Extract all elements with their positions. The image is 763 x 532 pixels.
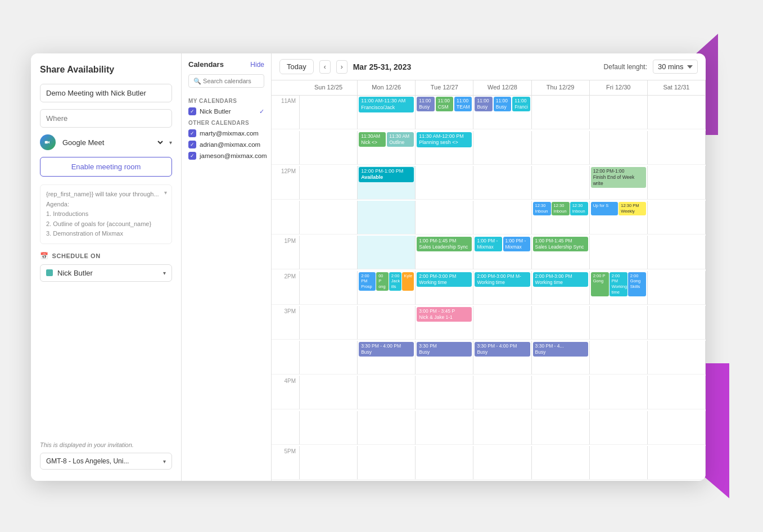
cell-fri-2pm[interactable]: 2:00 PGong 2:00 PMWorking time 2:00Gong … bbox=[590, 271, 648, 305]
event-tue-csm[interactable]: 11:00CSM bbox=[436, 97, 453, 111]
event-tue-planning[interactable]: 11:30 AM-12:00 PMPlanning sesh <> bbox=[417, 132, 472, 147]
cell-sun-1130[interactable] bbox=[300, 131, 358, 165]
cell-thu-1230[interactable]: 12:30Inboun 12:30Inboun 12:30Inboun bbox=[532, 201, 590, 235]
cell-fri-430[interactable] bbox=[590, 411, 648, 445]
event-wed-busy2[interactable]: 11:00Busy bbox=[494, 97, 511, 111]
cell-mon-5pm[interactable] bbox=[358, 446, 416, 480]
cell-mon-330[interactable]: 3:30 PM - 4:00 PMBusy bbox=[358, 341, 416, 375]
cell-fri-1230[interactable]: Up for S 12:30 PMWeekly bbox=[590, 201, 648, 235]
cell-thu-1pm[interactable]: 1:00 PM-1:45 PMSales Leadership Sync bbox=[532, 236, 590, 269]
event-fri-working[interactable]: 2:00 PMWorking time bbox=[610, 272, 627, 296]
default-length-select[interactable]: 15 mins 30 mins 45 mins 60 mins bbox=[653, 60, 698, 74]
calendar-marty[interactable]: ✓ marty@mixmax.com bbox=[188, 129, 264, 137]
cell-sun-1230[interactable] bbox=[300, 201, 358, 235]
cell-wed-3pm[interactable] bbox=[473, 306, 531, 340]
marty-checkbox[interactable]: ✓ bbox=[188, 129, 196, 137]
event-thu-inbound2[interactable]: 12:30Inboun bbox=[552, 202, 570, 215]
cell-thu-11am[interactable] bbox=[532, 96, 590, 129]
cell-sun-11am[interactable] bbox=[300, 96, 358, 129]
cell-tue-330[interactable]: 3:30 PMBusy bbox=[416, 341, 473, 375]
today-button[interactable]: Today bbox=[279, 59, 314, 74]
cell-thu-330[interactable]: 3:30 PM - 4...Busy bbox=[532, 341, 590, 375]
cell-sat-1130[interactable] bbox=[648, 131, 706, 165]
search-calendars-input[interactable] bbox=[188, 74, 264, 88]
event-mon-kyle[interactable]: Kyle bbox=[402, 272, 414, 291]
event-tue-busy1[interactable]: 11:00Busy bbox=[417, 97, 434, 111]
cell-wed-2pm[interactable]: 2:00 PM-3:00 PM M-Working time bbox=[473, 271, 531, 305]
event-mon-busy330[interactable]: 3:30 PM - 4:00 PMBusy bbox=[359, 342, 414, 357]
cell-sun-3pm[interactable] bbox=[300, 306, 358, 340]
adrian-checkbox[interactable]: ✓ bbox=[188, 141, 196, 148]
cell-wed-1130[interactable] bbox=[473, 131, 531, 165]
cell-wed-11am[interactable]: 11:00Busy 11:00Busy 11:00Franci bbox=[473, 96, 531, 129]
cell-wed-1230[interactable] bbox=[473, 201, 531, 235]
event-mon-francisco[interactable]: 11:00 AM-11:30 AMFrancisco/Jack bbox=[359, 97, 414, 112]
cell-thu-2pm[interactable]: 2:00 PM-3:00 PMWorking time bbox=[532, 271, 590, 305]
cell-fri-1130[interactable] bbox=[590, 131, 648, 165]
cell-thu-1130[interactable] bbox=[532, 131, 590, 165]
cell-sun-2pm[interactable] bbox=[300, 271, 358, 305]
cell-sat-1230[interactable] bbox=[648, 201, 706, 235]
cell-sat-3pm[interactable] bbox=[648, 306, 706, 340]
event-mon-nick[interactable]: 11:30AMNick <> bbox=[359, 132, 386, 147]
next-arrow-button[interactable]: › bbox=[336, 60, 347, 74]
timezone-select[interactable]: GMT-8 - Los Angeles, Uni... ▾ bbox=[40, 453, 172, 470]
cell-wed-12pm[interactable] bbox=[473, 166, 531, 200]
cell-fri-1pm[interactable] bbox=[590, 236, 648, 269]
event-mon-jack[interactable]: 2:00Jack ills bbox=[389, 272, 401, 291]
cell-fri-3pm[interactable] bbox=[590, 306, 648, 340]
event-mon-gong[interactable]: 00 Pong bbox=[376, 272, 389, 291]
cell-sat-4pm[interactable] bbox=[648, 376, 706, 409]
cell-fri-11am[interactable] bbox=[590, 96, 648, 129]
cell-thu-5pm[interactable] bbox=[532, 446, 590, 480]
cell-tue-2pm[interactable]: 2:00 PM-3:00 PMWorking time bbox=[416, 271, 473, 305]
event-wed-busy1[interactable]: 11:00Busy bbox=[475, 97, 492, 111]
event-thu-sales[interactable]: 1:00 PM-1:45 PMSales Leadership Sync bbox=[533, 237, 588, 251]
cell-sat-1pm[interactable] bbox=[648, 236, 706, 269]
cell-mon-430[interactable] bbox=[358, 411, 416, 445]
event-wed-working[interactable]: 2:00 PM-3:00 PM M-Working time bbox=[475, 272, 530, 287]
cell-tue-4pm[interactable] bbox=[416, 376, 473, 409]
cell-fri-5pm[interactable] bbox=[590, 446, 648, 480]
cell-mon-3pm[interactable] bbox=[358, 306, 416, 340]
cell-thu-12pm[interactable] bbox=[532, 166, 590, 200]
cell-wed-4pm[interactable] bbox=[473, 376, 531, 409]
event-wed-mixmax1[interactable]: 1:00 PM -Mixmax bbox=[475, 237, 502, 251]
event-thu-working[interactable]: 2:00 PM-3:00 PMWorking time bbox=[533, 272, 588, 287]
cell-mon-1130[interactable]: 11:30AMNick <> 11:30 AMOutline bbox=[358, 131, 416, 165]
schedule-on-select[interactable]: Nick Butler ▾ bbox=[40, 264, 172, 282]
template-area[interactable]: {rep_first_name}} will take your through… bbox=[40, 184, 172, 244]
cell-thu-3pm[interactable] bbox=[532, 306, 590, 340]
event-fri-gong2[interactable]: 2:00Gong Skills bbox=[628, 272, 646, 296]
cell-tue-5pm[interactable] bbox=[416, 446, 473, 480]
cell-fri-12pm[interactable]: 12:00 PM-1:00Finish End of Week write bbox=[590, 166, 648, 200]
event-thu-inbound3[interactable]: 12:30Inboun bbox=[570, 202, 588, 215]
cell-sun-4pm[interactable] bbox=[300, 376, 358, 409]
event-thu-busy330[interactable]: 3:30 PM - 4...Busy bbox=[533, 342, 588, 357]
cell-mon-1230[interactable] bbox=[358, 201, 416, 235]
cell-tue-11am[interactable]: 11:00Busy 11:00CSM 11:00TEAM bbox=[416, 96, 473, 129]
event-wed-mixmax2[interactable]: 1:00 PM -Mixmax bbox=[503, 237, 530, 251]
cell-tue-1230[interactable] bbox=[416, 201, 473, 235]
event-tue-sales[interactable]: 1:00 PM-1:45 PMSales Leadership Sync bbox=[417, 237, 472, 251]
cell-sun-330[interactable] bbox=[300, 341, 358, 375]
prev-arrow-button[interactable]: ‹ bbox=[319, 60, 331, 74]
calendar-nick-butler[interactable]: ✓ Nick Butler ✓ bbox=[188, 107, 264, 115]
cell-wed-330[interactable]: 3:30 PM - 4:00 PMBusy bbox=[473, 341, 531, 375]
event-fri-weekly[interactable]: 12:30 PMWeekly bbox=[618, 202, 646, 215]
cell-fri-4pm[interactable] bbox=[590, 376, 648, 409]
hide-calendars-link[interactable]: Hide bbox=[250, 61, 264, 69]
video-option-select[interactable]: Google Meet Zoom Teams bbox=[60, 138, 165, 147]
event-fri-gong[interactable]: 2:00 PGong bbox=[591, 272, 609, 296]
cell-fri-330[interactable] bbox=[590, 341, 648, 375]
cell-sun-5pm[interactable] bbox=[300, 446, 358, 480]
cell-sat-5pm[interactable] bbox=[648, 446, 706, 480]
cell-sat-330[interactable] bbox=[648, 341, 706, 375]
cell-tue-430[interactable] bbox=[416, 411, 473, 445]
cell-sat-12pm[interactable] bbox=[648, 166, 706, 200]
cell-sun-1pm[interactable] bbox=[300, 236, 358, 269]
cell-wed-5pm[interactable] bbox=[473, 446, 531, 480]
event-tue-nick-jake[interactable]: 3:00 PM - 3:45 PNick & Jake 1-1 bbox=[417, 307, 472, 322]
cell-tue-1130[interactable]: 11:30 AM-12:00 PMPlanning sesh <> bbox=[416, 131, 473, 165]
cell-tue-1pm[interactable]: 1:00 PM-1:45 PMSales Leadership Sync bbox=[416, 236, 473, 269]
